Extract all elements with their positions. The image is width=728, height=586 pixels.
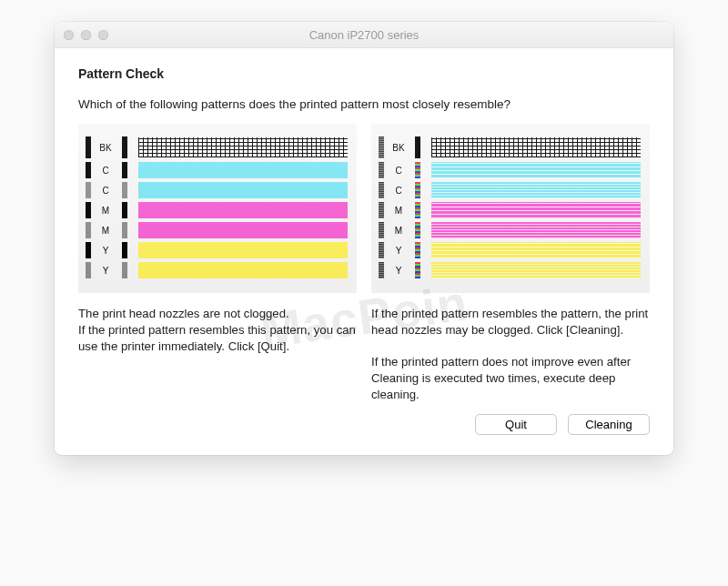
ink-label: M bbox=[389, 226, 408, 236]
button-row: Quit Cleaning bbox=[78, 414, 650, 435]
chip-icon bbox=[415, 162, 420, 178]
pattern-row: BK bbox=[379, 136, 641, 158]
ink-label: Y bbox=[96, 266, 115, 276]
ink-swatch-defect-icon bbox=[431, 182, 641, 198]
chip-icon bbox=[122, 222, 127, 238]
pattern-row: Y bbox=[379, 262, 641, 278]
index-bar-icon bbox=[86, 242, 91, 258]
caption-good: The print head nozzles are not clogged.I… bbox=[78, 306, 357, 403]
close-icon[interactable] bbox=[64, 30, 74, 40]
chip-icon bbox=[415, 202, 420, 218]
caption-good-text: The print head nozzles are not clogged.I… bbox=[78, 307, 356, 353]
titlebar[interactable]: Canon iP2700 series bbox=[55, 22, 673, 48]
quit-button[interactable]: Quit bbox=[475, 414, 557, 435]
pattern-row: C bbox=[86, 182, 348, 198]
zoom-icon[interactable] bbox=[98, 30, 108, 40]
ink-label: M bbox=[389, 206, 408, 216]
index-bar-icon bbox=[379, 182, 384, 198]
pattern-row: M bbox=[379, 202, 641, 218]
cleaning-button[interactable]: Cleaning bbox=[568, 414, 650, 435]
index-bar-icon bbox=[86, 136, 91, 158]
pattern-row: M bbox=[86, 222, 348, 238]
ink-swatch-icon bbox=[138, 202, 348, 218]
question-text: Which of the following patterns does the… bbox=[78, 97, 650, 111]
ink-swatch-defect-icon bbox=[431, 202, 641, 218]
ink-swatch-defect-icon bbox=[431, 242, 641, 258]
ink-label: Y bbox=[96, 246, 115, 256]
chip-icon bbox=[415, 222, 420, 238]
ink-swatch-defect-icon bbox=[431, 222, 641, 238]
chip-icon bbox=[415, 242, 420, 258]
pattern-row: M bbox=[86, 202, 348, 218]
bk-grid-defect-icon bbox=[431, 137, 641, 157]
chip-icon bbox=[122, 242, 127, 258]
captions: The print head nozzles are not clogged.I… bbox=[78, 306, 650, 403]
index-bar-icon bbox=[379, 136, 384, 158]
pattern-row: BK bbox=[86, 136, 348, 158]
pattern-row: Y bbox=[86, 242, 348, 258]
chip-icon bbox=[122, 182, 127, 198]
caption-bad-text-1: If the printed pattern resembles the pat… bbox=[371, 307, 648, 337]
pattern-row: Y bbox=[379, 242, 641, 258]
ink-swatch-defect-icon bbox=[431, 262, 641, 278]
index-bar-icon bbox=[86, 182, 91, 198]
minimize-icon[interactable] bbox=[81, 30, 91, 40]
dialog-content: Pattern Check Which of the following pat… bbox=[55, 48, 673, 455]
index-bar-icon bbox=[86, 262, 91, 278]
index-bar-icon bbox=[86, 162, 91, 178]
ink-label: Y bbox=[389, 246, 408, 256]
pattern-row: M bbox=[379, 222, 641, 238]
index-bar-icon bbox=[379, 262, 384, 278]
chip-icon bbox=[415, 136, 420, 158]
pattern-row: C bbox=[86, 162, 348, 178]
pattern-good[interactable]: BK C C bbox=[78, 124, 357, 293]
ink-swatch-icon bbox=[138, 222, 348, 238]
ink-label: C bbox=[389, 186, 408, 196]
ink-swatch-icon bbox=[138, 242, 348, 258]
caption-bad: If the printed pattern resembles the pat… bbox=[371, 306, 650, 403]
ink-swatch-defect-icon bbox=[431, 162, 641, 178]
page-title: Pattern Check bbox=[78, 66, 650, 81]
index-bar-icon bbox=[86, 202, 91, 218]
pattern-bad[interactable]: BK C C bbox=[371, 124, 650, 293]
pattern-row: C bbox=[379, 162, 641, 178]
ink-swatch-icon bbox=[138, 162, 348, 178]
ink-label: C bbox=[96, 186, 115, 196]
chip-icon bbox=[415, 182, 420, 198]
pattern-panels: BK C C bbox=[78, 124, 650, 293]
chip-icon bbox=[122, 136, 127, 158]
ink-swatch-icon bbox=[138, 182, 348, 198]
window-title: Canon iP2700 series bbox=[55, 28, 673, 42]
ink-swatch-icon bbox=[138, 262, 348, 278]
index-bar-icon bbox=[86, 222, 91, 238]
ink-label: M bbox=[96, 226, 115, 236]
bk-grid-icon bbox=[138, 137, 348, 157]
ink-label: C bbox=[96, 166, 115, 176]
index-bar-icon bbox=[379, 162, 384, 178]
pattern-row: Y bbox=[86, 262, 348, 278]
caption-bad-text-2: If the printed pattern does not improve … bbox=[371, 355, 631, 401]
ink-label: BK bbox=[96, 143, 115, 153]
index-bar-icon bbox=[379, 222, 384, 238]
chip-icon bbox=[122, 162, 127, 178]
ink-label: C bbox=[389, 166, 408, 176]
chip-icon bbox=[415, 262, 420, 278]
chip-icon bbox=[122, 262, 127, 278]
dialog-window: Canon iP2700 series Pattern Check Which … bbox=[55, 22, 673, 455]
index-bar-icon bbox=[379, 242, 384, 258]
ink-label: Y bbox=[389, 266, 408, 276]
chip-icon bbox=[122, 202, 127, 218]
ink-label: M bbox=[96, 206, 115, 216]
traffic-lights bbox=[64, 30, 108, 40]
pattern-row: C bbox=[379, 182, 641, 198]
index-bar-icon bbox=[379, 202, 384, 218]
ink-label: BK bbox=[389, 143, 408, 153]
